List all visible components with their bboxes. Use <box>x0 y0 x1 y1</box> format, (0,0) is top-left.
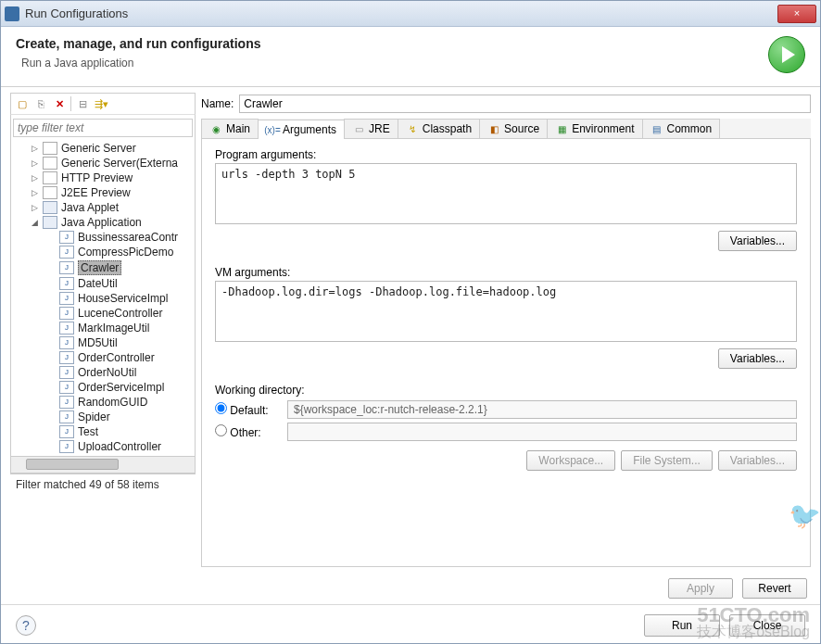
arguments-panel: Program arguments: Variables... VM argum… <box>201 139 811 567</box>
vm-variables-button[interactable]: Variables... <box>718 348 797 369</box>
name-input[interactable] <box>239 95 811 113</box>
new-config-icon[interactable]: ▢ <box>15 96 30 111</box>
tree-item-generic-server[interactable]: ▷Generic Server <box>11 141 195 156</box>
delete-config-icon[interactable]: ✕ <box>52 96 67 111</box>
config-type-icon: J <box>59 231 74 244</box>
tree-item-bussinessareacontr[interactable]: JBussinessareaContr <box>11 230 195 245</box>
tree-item-crawler[interactable]: JCrawler <box>11 259 195 276</box>
tree-item-houseserviceimpl[interactable]: JHouseServiceImpl <box>11 291 195 306</box>
tree-item-label: Test <box>78 425 98 438</box>
tree-item-http-preview[interactable]: ▷HTTP Preview <box>11 170 195 185</box>
other-radio[interactable] <box>215 424 227 436</box>
tab-classpath[interactable]: ↯Classpath <box>398 119 480 138</box>
tab-strip: ◉Main (x)=Arguments ▭JRE ↯Classpath ◧Sou… <box>201 119 811 139</box>
window-close-button[interactable]: × <box>777 5 816 23</box>
tab-common[interactable]: ▤Common <box>642 119 721 138</box>
tree-item-label: Generic Server(Externa <box>61 157 178 170</box>
tab-environment[interactable]: ▦Environment <box>547 119 642 138</box>
config-type-icon: J <box>59 410 74 423</box>
tree-item-label: HTTP Preview <box>61 171 133 184</box>
vm-args-label: VM arguments: <box>215 266 797 279</box>
config-type-icon: J <box>59 440 74 453</box>
header-title: Create, manage, and run configurations <box>16 36 768 51</box>
filter-input[interactable] <box>13 119 193 137</box>
tree-item-generic-server-externa[interactable]: ▷Generic Server(Externa <box>11 156 195 170</box>
tree-item-randomguid[interactable]: JRandomGUID <box>11 395 195 410</box>
tree-item-uploadcontroller[interactable]: JUploadController <box>11 439 195 454</box>
name-label: Name: <box>201 97 234 110</box>
tree-item-md5util[interactable]: JMD5Util <box>11 335 195 350</box>
close-button[interactable]: Close <box>729 614 805 637</box>
tree-item-j2ee-preview[interactable]: ▷J2EE Preview <box>11 185 195 200</box>
other-radio-label[interactable]: Other: <box>215 424 280 439</box>
tree-item-label: Generic Server <box>61 142 136 155</box>
tree-item-label: DateUtil <box>78 277 118 290</box>
toolbar-divider <box>70 96 71 111</box>
main-tab-icon: ◉ <box>209 122 222 135</box>
tree-item-label: CompressPicDemo <box>78 246 173 259</box>
filter-status: Filter matched 49 of 58 items <box>10 474 196 495</box>
filter-icon[interactable]: ⇶▾ <box>94 96 108 111</box>
tab-arguments[interactable]: (x)=Arguments <box>258 120 345 139</box>
help-icon[interactable]: ? <box>16 615 36 636</box>
titlebar: Run Configurations × <box>1 1 820 27</box>
duplicate-config-icon[interactable]: ⎘ <box>33 96 48 111</box>
other-dir-input[interactable] <box>287 423 797 441</box>
environment-tab-icon: ▦ <box>555 122 568 135</box>
tree-item-lucenecontroller[interactable]: JLuceneController <box>11 306 195 321</box>
config-type-icon: J <box>59 307 74 320</box>
config-type-icon: J <box>59 366 74 379</box>
header-subtitle: Run a Java application <box>21 57 768 69</box>
tree-item-label: J2EE Preview <box>61 186 131 199</box>
default-radio-label[interactable]: Default: <box>215 402 280 417</box>
tree-item-compresspicdemo[interactable]: JCompressPicDemo <box>11 245 195 259</box>
config-type-icon: J <box>59 246 74 259</box>
tree-item-test[interactable]: JTest <box>11 424 195 439</box>
program-variables-button[interactable]: Variables... <box>718 231 797 251</box>
collapse-all-icon[interactable]: ⊟ <box>75 96 90 111</box>
config-tree[interactable]: ▷Generic Server▷Generic Server(Externa▷H… <box>11 139 195 456</box>
tree-item-label: OrderNoUtil <box>78 366 136 379</box>
apply-button[interactable]: Apply <box>668 578 733 599</box>
config-type-icon: J <box>59 396 74 409</box>
wd-variables-button[interactable]: Variables... <box>718 450 797 471</box>
filesystem-button[interactable]: File System... <box>621 450 713 471</box>
tree-toolbar: ▢ ⎘ ✕ ⊟ ⇶▾ <box>10 93 196 115</box>
tree-item-label: OrderServiceImpl <box>78 381 164 394</box>
tree-item-label: Java Application <box>61 216 142 229</box>
config-type-icon: J <box>59 277 74 290</box>
default-dir-input <box>287 400 797 419</box>
tree-item-markimageutil[interactable]: JMarkImageUtil <box>11 321 195 335</box>
vm-args-input[interactable] <box>215 281 797 342</box>
tab-jre[interactable]: ▭JRE <box>344 119 398 138</box>
tree-item-label: BussinessareaContr <box>78 231 178 244</box>
config-type-icon: J <box>59 261 74 274</box>
config-type-icon <box>43 216 57 229</box>
tree-item-java-application[interactable]: ◢Java Application <box>11 215 195 230</box>
window-title: Run Configurations <box>25 6 777 20</box>
program-args-input[interactable] <box>215 163 797 224</box>
revert-button[interactable]: Revert <box>742 578 807 599</box>
tree-hscrollbar[interactable] <box>11 456 195 473</box>
config-type-icon: J <box>59 322 74 335</box>
tree-item-spider[interactable]: JSpider <box>11 410 195 424</box>
tab-main[interactable]: ◉Main <box>201 119 259 138</box>
tree-item-label: RandomGUID <box>78 396 147 409</box>
config-type-icon: J <box>59 381 74 394</box>
tree-item-ordercontroller[interactable]: JOrderController <box>11 350 195 365</box>
run-button[interactable]: Run <box>644 614 720 637</box>
dialog-header: Create, manage, and run configurations R… <box>1 27 820 87</box>
tree-item-label: Spider <box>78 410 110 423</box>
tree-item-label: Java Applet <box>61 201 119 214</box>
tree-item-java-applet[interactable]: ▷Java Applet <box>11 200 195 215</box>
config-type-icon <box>43 201 57 214</box>
tree-item-ordernoutil[interactable]: JOrderNoUtil <box>11 365 195 380</box>
tab-source[interactable]: ◧Source <box>479 119 548 138</box>
tree-item-orderserviceimpl[interactable]: JOrderServiceImpl <box>11 380 195 395</box>
config-type-icon <box>43 157 57 170</box>
tree-item-label: Crawler <box>78 260 121 275</box>
working-dir-label: Working directory: <box>215 384 797 397</box>
workspace-button[interactable]: Workspace... <box>526 450 615 471</box>
tree-item-dateutil[interactable]: JDateUtil <box>11 276 195 291</box>
default-radio[interactable] <box>215 402 227 414</box>
